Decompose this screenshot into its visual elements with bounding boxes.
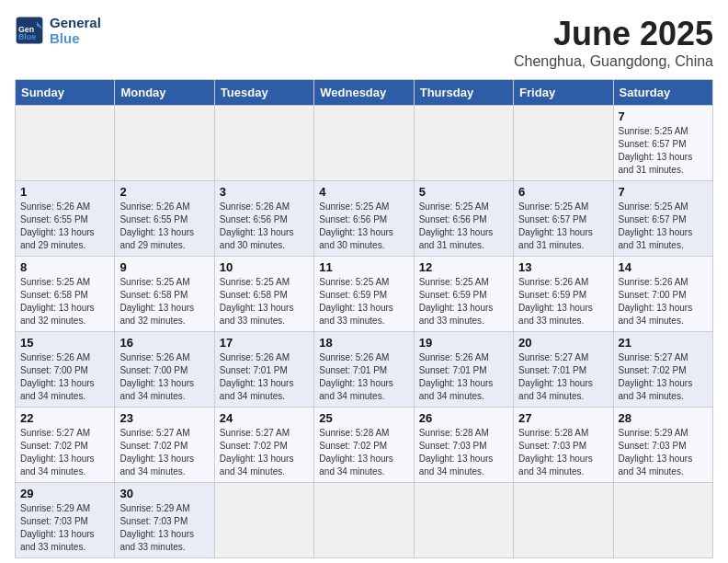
day-number: 16 bbox=[119, 336, 209, 350]
calendar-week-row: 15Sunrise: 5:26 AM Sunset: 7:00 PM Dayli… bbox=[16, 332, 713, 408]
calendar-week-row: 7Sunrise: 5:25 AM Sunset: 6:57 PM Daylig… bbox=[16, 106, 713, 181]
day-detail: Sunrise: 5:25 AM Sunset: 6:57 PM Dayligh… bbox=[518, 201, 608, 252]
calendar-cell bbox=[414, 106, 513, 181]
day-detail: Sunrise: 5:26 AM Sunset: 6:59 PM Dayligh… bbox=[518, 276, 608, 327]
day-number: 23 bbox=[119, 411, 209, 425]
day-number: 29 bbox=[20, 487, 109, 500]
calendar-cell: 6Sunrise: 5:25 AM Sunset: 6:57 PM Daylig… bbox=[514, 181, 613, 257]
calendar-cell: 24Sunrise: 5:27 AM Sunset: 7:02 PM Dayli… bbox=[214, 408, 313, 483]
calendar-cell bbox=[16, 106, 115, 181]
day-number: 17 bbox=[220, 336, 309, 350]
day-detail: Sunrise: 5:25 AM Sunset: 6:56 PM Dayligh… bbox=[319, 201, 408, 252]
calendar-cell bbox=[414, 483, 513, 558]
day-detail: Sunrise: 5:28 AM Sunset: 7:02 PM Dayligh… bbox=[319, 427, 408, 478]
day-number: 7 bbox=[619, 185, 708, 199]
day-number: 24 bbox=[220, 411, 309, 425]
calendar-cell bbox=[514, 106, 613, 181]
calendar-cell: 11Sunrise: 5:25 AM Sunset: 6:59 PM Dayli… bbox=[314, 257, 414, 332]
day-detail: Sunrise: 5:26 AM Sunset: 7:01 PM Dayligh… bbox=[220, 351, 309, 403]
day-number: 28 bbox=[619, 411, 708, 425]
calendar-cell: 17Sunrise: 5:26 AM Sunset: 7:01 PM Dayli… bbox=[214, 332, 313, 408]
day-detail: Sunrise: 5:25 AM Sunset: 6:59 PM Dayligh… bbox=[319, 276, 408, 327]
day-number: 12 bbox=[419, 260, 508, 274]
day-number: 2 bbox=[119, 185, 209, 199]
day-detail: Sunrise: 5:27 AM Sunset: 7:02 PM Dayligh… bbox=[119, 427, 209, 478]
calendar-week-row: 22Sunrise: 5:27 AM Sunset: 7:02 PM Dayli… bbox=[16, 408, 713, 483]
day-detail: Sunrise: 5:25 AM Sunset: 6:58 PM Dayligh… bbox=[220, 276, 309, 327]
weekday-header-wednesday: Wednesday bbox=[314, 80, 414, 106]
weekday-header-saturday: Saturday bbox=[613, 80, 712, 106]
day-detail: Sunrise: 5:27 AM Sunset: 7:02 PM Dayligh… bbox=[20, 427, 109, 478]
day-number: 9 bbox=[119, 260, 209, 274]
day-number: 10 bbox=[220, 260, 309, 274]
calendar-cell: 21Sunrise: 5:27 AM Sunset: 7:02 PM Dayli… bbox=[613, 332, 712, 408]
weekday-header-row: SundayMondayTuesdayWednesdayThursdayFrid… bbox=[16, 80, 713, 106]
day-detail: Sunrise: 5:25 AM Sunset: 6:57 PM Dayligh… bbox=[619, 201, 708, 252]
day-detail: Sunrise: 5:26 AM Sunset: 7:00 PM Dayligh… bbox=[20, 351, 109, 403]
day-detail: Sunrise: 5:26 AM Sunset: 7:00 PM Dayligh… bbox=[119, 351, 209, 403]
calendar-cell: 9Sunrise: 5:25 AM Sunset: 6:58 PM Daylig… bbox=[115, 257, 214, 332]
calendar-cell: 1Sunrise: 5:26 AM Sunset: 6:55 PM Daylig… bbox=[16, 181, 115, 257]
day-detail: Sunrise: 5:26 AM Sunset: 7:00 PM Dayligh… bbox=[619, 276, 708, 327]
day-detail: Sunrise: 5:25 AM Sunset: 6:56 PM Dayligh… bbox=[419, 201, 508, 252]
day-detail: Sunrise: 5:26 AM Sunset: 6:56 PM Dayligh… bbox=[220, 201, 309, 252]
day-detail: Sunrise: 5:28 AM Sunset: 7:03 PM Dayligh… bbox=[518, 427, 608, 478]
calendar-cell bbox=[314, 483, 414, 558]
day-detail: Sunrise: 5:25 AM Sunset: 6:57 PM Dayligh… bbox=[619, 125, 708, 177]
day-detail: Sunrise: 5:26 AM Sunset: 6:55 PM Dayligh… bbox=[20, 201, 109, 252]
calendar-cell: 14Sunrise: 5:26 AM Sunset: 7:00 PM Dayli… bbox=[613, 257, 712, 332]
calendar-cell: 27Sunrise: 5:28 AM Sunset: 7:03 PM Dayli… bbox=[514, 408, 613, 483]
calendar-cell: 16Sunrise: 5:26 AM Sunset: 7:00 PM Dayli… bbox=[115, 332, 214, 408]
day-number: 7 bbox=[619, 109, 708, 123]
day-number: 3 bbox=[220, 185, 309, 199]
calendar-cell: 30Sunrise: 5:29 AM Sunset: 7:03 PM Dayli… bbox=[115, 483, 214, 558]
calendar-cell: 4Sunrise: 5:25 AM Sunset: 6:56 PM Daylig… bbox=[314, 181, 414, 257]
day-number: 26 bbox=[419, 411, 508, 425]
calendar-cell: 7Sunrise: 5:25 AM Sunset: 6:57 PM Daylig… bbox=[613, 181, 712, 257]
weekday-header-thursday: Thursday bbox=[414, 80, 513, 106]
day-number: 5 bbox=[419, 185, 508, 199]
day-number: 27 bbox=[518, 411, 608, 425]
calendar-cell: 8Sunrise: 5:25 AM Sunset: 6:58 PM Daylig… bbox=[16, 257, 115, 332]
day-number: 13 bbox=[518, 260, 608, 274]
day-number: 22 bbox=[20, 411, 109, 425]
calendar-cell: 12Sunrise: 5:25 AM Sunset: 6:59 PM Dayli… bbox=[414, 257, 513, 332]
calendar-cell: 18Sunrise: 5:26 AM Sunset: 7:01 PM Dayli… bbox=[314, 332, 414, 408]
day-detail: Sunrise: 5:26 AM Sunset: 6:55 PM Dayligh… bbox=[119, 201, 209, 252]
calendar-cell: 23Sunrise: 5:27 AM Sunset: 7:02 PM Dayli… bbox=[115, 408, 214, 483]
day-detail: Sunrise: 5:25 AM Sunset: 6:59 PM Dayligh… bbox=[419, 276, 508, 327]
title-section: June 2025 Chenghua, Guangdong, China bbox=[514, 15, 713, 70]
weekday-header-sunday: Sunday bbox=[16, 80, 115, 106]
day-detail: Sunrise: 5:29 AM Sunset: 7:03 PM Dayligh… bbox=[20, 502, 109, 554]
day-number: 6 bbox=[518, 185, 608, 199]
day-number: 15 bbox=[20, 336, 109, 350]
day-number: 18 bbox=[319, 336, 408, 350]
logo: Gen Blue General Blue bbox=[15, 15, 101, 46]
weekday-header-monday: Monday bbox=[115, 80, 214, 106]
day-number: 19 bbox=[419, 336, 508, 350]
calendar-cell: 3Sunrise: 5:26 AM Sunset: 6:56 PM Daylig… bbox=[214, 181, 313, 257]
calendar-table: SundayMondayTuesdayWednesdayThursdayFrid… bbox=[15, 79, 713, 558]
calendar-cell bbox=[613, 483, 712, 558]
calendar-cell bbox=[514, 483, 613, 558]
calendar-cell: 28Sunrise: 5:29 AM Sunset: 7:03 PM Dayli… bbox=[613, 408, 712, 483]
day-number: 8 bbox=[20, 260, 109, 274]
weekday-header-friday: Friday bbox=[514, 80, 613, 106]
day-number: 30 bbox=[119, 487, 209, 500]
day-number: 25 bbox=[319, 411, 408, 425]
calendar-cell: 7Sunrise: 5:25 AM Sunset: 6:57 PM Daylig… bbox=[613, 106, 712, 181]
calendar-cell bbox=[314, 106, 414, 181]
day-number: 21 bbox=[619, 336, 708, 350]
calendar-cell: 19Sunrise: 5:26 AM Sunset: 7:01 PM Dayli… bbox=[414, 332, 513, 408]
calendar-cell bbox=[214, 106, 313, 181]
logo-text: General Blue bbox=[50, 15, 101, 46]
calendar-cell bbox=[115, 106, 214, 181]
calendar-cell: 29Sunrise: 5:29 AM Sunset: 7:03 PM Dayli… bbox=[16, 483, 115, 558]
svg-text:Blue: Blue bbox=[18, 32, 36, 41]
calendar-cell: 13Sunrise: 5:26 AM Sunset: 6:59 PM Dayli… bbox=[514, 257, 613, 332]
day-number: 1 bbox=[20, 185, 109, 199]
calendar-cell: 5Sunrise: 5:25 AM Sunset: 6:56 PM Daylig… bbox=[414, 181, 513, 257]
day-number: 4 bbox=[319, 185, 408, 199]
day-detail: Sunrise: 5:27 AM Sunset: 7:02 PM Dayligh… bbox=[619, 351, 708, 403]
day-detail: Sunrise: 5:26 AM Sunset: 7:01 PM Dayligh… bbox=[419, 351, 508, 403]
